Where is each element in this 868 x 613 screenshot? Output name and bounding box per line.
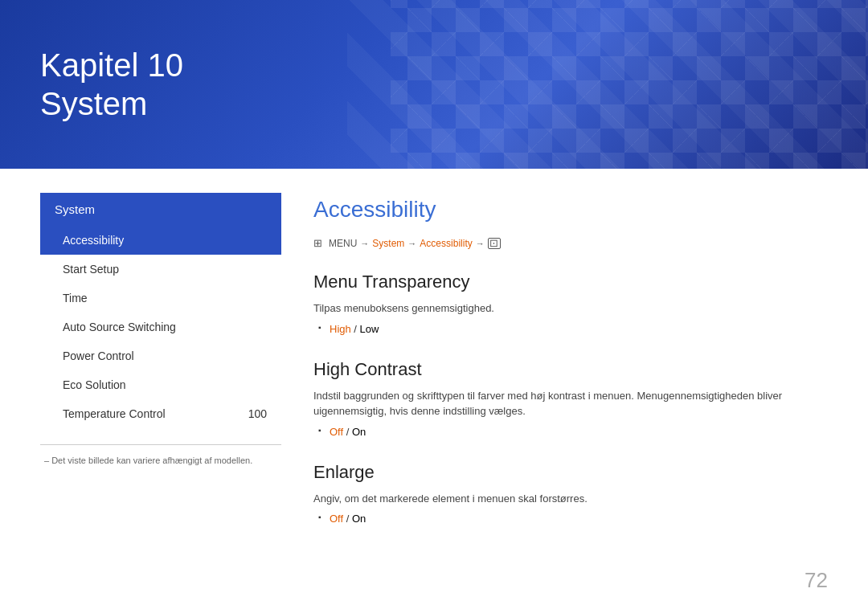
option-normal: Low bbox=[360, 323, 379, 335]
section-desc-menu-transparency: Tilpas menuboksens gennemsigtighed. bbox=[313, 300, 828, 317]
sidebar-item-time[interactable]: Time bbox=[40, 284, 281, 313]
option-highlighted: Off bbox=[330, 513, 343, 525]
breadcrumb-menu: MENU bbox=[329, 238, 357, 249]
sidebar-item-accessibility[interactable]: Accessibility bbox=[40, 226, 281, 255]
header-title: Kapitel 10 System bbox=[40, 46, 183, 123]
sidebar: System Accessibility Start Setup Time Au… bbox=[40, 193, 281, 589]
section-desc-high-contrast: Indstil baggrunden og skrifttypen til fa… bbox=[313, 388, 828, 419]
sidebar-item-start-setup[interactable]: Start Setup bbox=[40, 255, 281, 284]
breadcrumb: ⊞ MENU → System → Accessibility → ⊡ bbox=[313, 237, 828, 249]
sidebar-divider bbox=[40, 444, 281, 445]
breadcrumb-system: System bbox=[372, 238, 404, 249]
content-title: Accessibility bbox=[313, 197, 828, 223]
breadcrumb-arrow-2: → bbox=[407, 239, 416, 248]
chapter-label: Kapitel 10 bbox=[40, 47, 183, 83]
sidebar-header-label: System bbox=[55, 202, 95, 216]
option-highlighted: High bbox=[330, 323, 351, 335]
sidebar-item-power-control[interactable]: Power Control bbox=[40, 341, 281, 370]
section-menu-transparency: Menu Transparency Tilpas menuboksens gen… bbox=[313, 272, 828, 335]
breadcrumb-end-icon: ⊡ bbox=[488, 238, 501, 249]
content-area: Accessibility ⊞ MENU → System → Accessib… bbox=[313, 193, 828, 589]
breadcrumb-arrow-1: → bbox=[360, 239, 369, 248]
sidebar-item-auto-source-switching[interactable]: Auto Source Switching bbox=[40, 313, 281, 341]
page-title: System bbox=[40, 86, 147, 121]
sidebar-item-eco-solution[interactable]: Eco Solution bbox=[40, 370, 281, 399]
option-normal: On bbox=[352, 426, 366, 438]
option-separator: / bbox=[343, 426, 352, 438]
option-highlighted: Off bbox=[330, 426, 343, 438]
option-separator: / bbox=[351, 323, 360, 335]
breadcrumb-accessibility: Accessibility bbox=[420, 238, 472, 249]
sidebar-note: – Det viste billede kan variere afhængig… bbox=[40, 455, 281, 467]
section-title-menu-transparency: Menu Transparency bbox=[313, 272, 828, 292]
section-high-contrast: High Contrast Indstil baggrunden og skri… bbox=[313, 359, 828, 438]
section-enlarge: Enlarge Angiv, om det markerede element … bbox=[313, 462, 828, 525]
main-content: System Accessibility Start Setup Time Au… bbox=[0, 169, 868, 613]
option-list-menu-transparency: High / Low bbox=[313, 323, 828, 335]
section-title-enlarge: Enlarge bbox=[313, 462, 828, 483]
option-item: Off / On bbox=[330, 513, 828, 525]
section-title-high-contrast: High Contrast bbox=[313, 359, 828, 380]
decorative-pattern bbox=[391, 0, 868, 169]
option-separator: / bbox=[343, 513, 352, 525]
sidebar-item-number: 100 bbox=[248, 407, 267, 420]
sidebar-item-temperature-control[interactable]: Temperature Control 100 bbox=[40, 399, 281, 428]
option-item: High / Low bbox=[330, 323, 828, 335]
option-item: Off / On bbox=[330, 426, 828, 438]
option-list-high-contrast: Off / On bbox=[313, 426, 828, 438]
header-banner: Kapitel 10 System bbox=[0, 0, 868, 169]
page-number: 72 bbox=[805, 568, 828, 593]
section-desc-enlarge: Angiv, om det markerede element i menuen… bbox=[313, 491, 828, 507]
menu-icon: ⊞ bbox=[313, 237, 322, 249]
option-list-enlarge: Off / On bbox=[313, 513, 828, 525]
option-normal: On bbox=[352, 513, 366, 525]
breadcrumb-arrow-3: → bbox=[476, 239, 485, 248]
sidebar-header: System bbox=[40, 193, 281, 226]
